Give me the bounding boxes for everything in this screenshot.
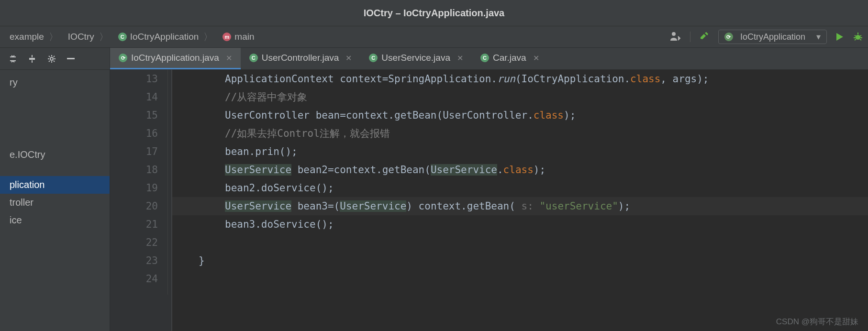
code-line [225, 270, 868, 288]
line-number: 17 [110, 143, 158, 161]
line-number: 20 [110, 197, 158, 215]
run-config-label: IoCtryApplication [740, 32, 805, 42]
tab-label: Car.java [493, 53, 526, 63]
breadcrumb-label: example [10, 32, 44, 42]
close-icon[interactable]: ✕ [226, 54, 232, 63]
minimize-icon[interactable] [67, 58, 75, 60]
gear-icon[interactable] [47, 54, 56, 64]
code-area[interactable]: ApplicationContext context=SpringApplica… [172, 70, 868, 331]
window-titlebar: IOCtry – IoCtryApplication.java [0, 0, 868, 26]
tab-usercontroller[interactable]: C UserController.java ✕ [241, 48, 361, 69]
editor-tabs: ⟳ IoCtryApplication.java ✕ C UserControl… [110, 48, 868, 70]
nav-right-controls: ⟳ IoCtryApplication ▾ [670, 30, 863, 44]
code-line: //如果去掉Control注解，就会报错 [225, 124, 868, 143]
code-line: //从容器中拿对象 [225, 88, 868, 106]
spring-icon: ⟳ [724, 33, 733, 41]
line-number: 19 [110, 179, 158, 197]
breadcrumb-label: IoCtryApplication [130, 32, 199, 42]
file-tree[interactable]: ry e.IOCtry plication troller ice [0, 70, 110, 229]
close-icon[interactable]: ✕ [457, 54, 463, 63]
close-icon[interactable]: ✕ [533, 54, 539, 63]
line-number: 14 [110, 88, 158, 106]
debug-button[interactable] [853, 32, 863, 42]
expand-icon[interactable] [9, 55, 17, 63]
tree-item-selected[interactable]: plication [0, 176, 110, 194]
tab-ioctryapplication[interactable]: ⟳ IoCtryApplication.java ✕ [110, 48, 241, 69]
spring-file-icon: ⟳ [119, 54, 127, 62]
project-sidebar: ry e.IOCtry plication troller ice [0, 48, 110, 331]
class-file-icon: C [369, 54, 378, 62]
tree-item[interactable]: ice [0, 211, 110, 229]
collapse-icon[interactable] [28, 55, 36, 63]
breadcrumb-label: main [234, 32, 254, 42]
line-gutter: 13 14 15 16 17 18 19 20 21 22 23 24 [110, 70, 172, 331]
user-icon[interactable] [670, 32, 681, 42]
build-icon[interactable] [699, 32, 710, 42]
watermark: CSDN @狗哥不是甜妹 [776, 316, 858, 327]
window-title: IOCtry – IoCtryApplication.java [364, 8, 505, 19]
line-number: 13 [110, 70, 158, 88]
breadcrumb-method[interactable]: m main [218, 32, 259, 42]
tab-label: UserController.java [262, 53, 339, 63]
tab-label: IoCtryApplication.java [131, 53, 219, 63]
indent-guide [167, 70, 168, 295]
class-file-icon: C [480, 54, 489, 62]
line-number: 21 [110, 215, 158, 233]
tab-userservice[interactable]: C UserService.java ✕ [360, 48, 472, 69]
code-line: ApplicationContext context=SpringApplica… [225, 70, 868, 88]
line-number: 24 [110, 270, 158, 288]
breadcrumb-example[interactable]: example 〉 [5, 31, 63, 44]
line-number: 22 [110, 233, 158, 252]
close-icon[interactable]: ✕ [345, 54, 352, 63]
run-button[interactable] [835, 32, 844, 42]
run-configuration-dropdown[interactable]: ⟳ IoCtryApplication ▾ [718, 30, 827, 44]
tab-car[interactable]: C Car.java ✕ [472, 48, 548, 69]
breadcrumb-ioctry[interactable]: IOCtry 〉 [63, 31, 113, 44]
navigation-bar: example 〉 IOCtry 〉 C IoCtryApplication 〉… [0, 26, 868, 48]
class-icon: C [118, 33, 127, 41]
line-number: 18 [110, 161, 158, 179]
tree-item[interactable]: ry [0, 74, 110, 91]
code-line: bean.prin(); [225, 143, 868, 161]
sidebar-toolbar [0, 48, 110, 70]
code-editor[interactable]: 13 14 15 16 17 18 19 20 21 22 23 24 Appl… [110, 70, 868, 331]
editor-column: ⟳ IoCtryApplication.java ✕ C UserControl… [110, 48, 868, 331]
chevron-right-icon: 〉 [99, 31, 109, 44]
breadcrumb: example 〉 IOCtry 〉 C IoCtryApplication 〉… [5, 31, 259, 44]
svg-rect-2 [67, 58, 75, 59]
chevron-right-icon: 〉 [203, 31, 213, 44]
line-number: 23 [110, 252, 158, 270]
chevron-right-icon: 〉 [49, 31, 58, 44]
code-line: UserService bean3=(UserService) context.… [172, 197, 868, 215]
method-icon: m [223, 33, 231, 41]
code-line: UserController bean=context.getBean(User… [225, 106, 868, 124]
tree-item[interactable]: e.IOCtry [0, 146, 110, 164]
line-number: 16 [110, 124, 158, 143]
main-area: ry e.IOCtry plication troller ice ⟳ IoCt… [0, 48, 868, 331]
breadcrumb-class[interactable]: C IoCtryApplication 〉 [113, 31, 218, 44]
svg-point-0 [856, 35, 860, 40]
code-line: } [199, 252, 868, 270]
line-number: 15 [110, 106, 158, 124]
chevron-down-icon: ▾ [816, 32, 821, 42]
tree-item[interactable]: troller [0, 194, 110, 211]
tab-label: UserService.java [381, 53, 450, 63]
svg-point-1 [50, 57, 53, 60]
code-line [225, 233, 868, 252]
breadcrumb-label: IOCtry [68, 32, 94, 42]
code-line: bean2.doService(); [225, 179, 868, 197]
class-file-icon: C [249, 54, 258, 62]
separator [690, 32, 690, 42]
code-line: bean3.doService(); [225, 215, 868, 233]
code-line: UserService bean2=context.getBean(UserSe… [225, 161, 868, 179]
